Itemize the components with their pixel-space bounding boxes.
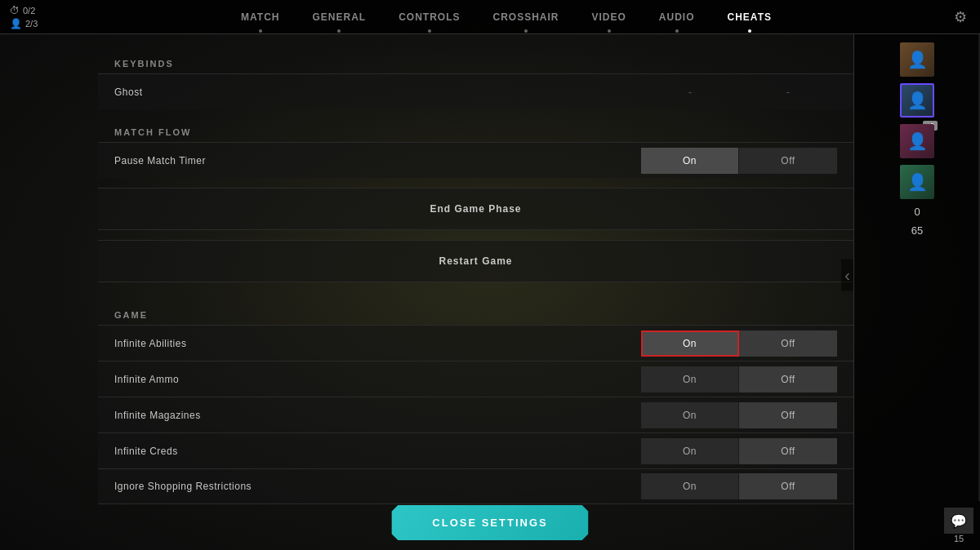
infinite-magazines-off-button[interactable]: Off: [739, 402, 837, 428]
infinite-ammo-row: Infinite Ammo On Off: [98, 361, 853, 397]
tab-audio[interactable]: AUDIO: [659, 8, 695, 26]
infinite-magazines-on-button[interactable]: On: [641, 402, 739, 428]
status-text-2: 2/3: [25, 19, 38, 29]
avatar-2-image: 👤: [902, 85, 933, 116]
close-settings-button[interactable]: CLOSE SETTINGS: [391, 505, 588, 540]
sidebar-collapse-arrow[interactable]: ‹: [841, 259, 853, 291]
ignore-shopping-label: Ignore Shopping Restrictions: [114, 481, 641, 492]
infinite-ammo-label: Infinite Ammo: [114, 374, 641, 385]
nav-tabs: MATCH GENERAL CONTROLS CROSSHAIR VIDEO A…: [65, 8, 947, 26]
ignore-shopping-on-button[interactable]: On: [641, 473, 739, 499]
avatar-4-image: 👤: [900, 165, 934, 199]
restart-game-label: Restart Game: [439, 255, 512, 267]
right-sidebar: 👤 👤 +2 👤 👤 0 65: [853, 34, 980, 550]
avatar-4: 👤: [900, 165, 934, 199]
ghost-key2: -: [739, 86, 837, 98]
infinite-magazines-toggle: On Off: [641, 402, 837, 428]
infinite-creds-label: Infinite Creds: [114, 446, 641, 457]
keybinds-section-label: KEYBINDS: [98, 51, 853, 73]
ghost-keybind-row: Ghost - -: [98, 73, 853, 109]
avatar-1: 👤: [900, 42, 934, 77]
avatar-2: 👤: [900, 83, 934, 118]
infinite-creds-toggle: On Off: [641, 438, 837, 464]
infinite-creds-on-button[interactable]: On: [641, 438, 739, 464]
chat-count: 15: [954, 534, 964, 543]
status-indicators: ⏱ 0/2 👤 2/3: [0, 2, 65, 33]
infinite-abilities-label: Infinite Abilities: [114, 338, 641, 349]
person-icon: 👤: [10, 18, 22, 29]
avatar-1-image: 👤: [900, 42, 934, 77]
pause-timer-off-button[interactable]: Off: [739, 148, 837, 174]
sidebar-player-4: 👤: [900, 165, 934, 199]
settings-gear-icon[interactable]: ⚙: [947, 4, 973, 30]
infinite-ammo-toggle: On Off: [641, 366, 837, 393]
ignore-shopping-row: Ignore Shopping Restrictions On Off: [98, 468, 853, 504]
settings-panel: KEYBINDS Ghost - - MATCH FLOW Pause Matc…: [98, 34, 853, 550]
infinite-abilities-row: Infinite Abilities On Off: [98, 325, 853, 361]
pause-timer-row: Pause Match Timer On Off: [98, 142, 853, 178]
chat-icon-button[interactable]: 💬: [944, 508, 973, 534]
infinite-creds-off-button[interactable]: Off: [739, 438, 837, 464]
sidebar-player-3: +2 👤: [900, 124, 934, 158]
clock-icon: ⏱: [10, 5, 20, 16]
infinite-abilities-on-button[interactable]: On: [641, 330, 739, 357]
pause-timer-toggle: On Off: [641, 148, 837, 174]
ghost-key1: -: [641, 86, 739, 98]
pause-timer-on-button[interactable]: On: [641, 148, 739, 174]
restart-game-button[interactable]: Restart Game: [98, 240, 853, 282]
infinite-ammo-off-button[interactable]: Off: [739, 366, 837, 393]
chat-area: 💬 15: [944, 508, 973, 543]
ignore-shopping-toggle: On Off: [641, 473, 837, 499]
pause-timer-label: Pause Match Timer: [114, 155, 641, 166]
settings-content: KEYBINDS Ghost - - MATCH FLOW Pause Matc…: [98, 34, 853, 550]
ghost-label: Ghost: [114, 86, 641, 98]
tab-controls[interactable]: CONTROLS: [399, 8, 460, 26]
tab-general[interactable]: GENERAL: [312, 8, 366, 26]
tab-cheats[interactable]: CHEATS: [728, 8, 772, 26]
infinite-creds-row: Infinite Creds On Off: [98, 432, 853, 468]
sidebar-player-1: 👤: [900, 42, 934, 77]
end-game-label: End Game Phase: [430, 203, 521, 215]
avatar-3: 👤: [900, 124, 934, 158]
top-navigation: ⏱ 0/2 👤 2/3 MATCH GENERAL CONTROLS CROSS…: [0, 0, 980, 34]
sidebar-count-0: 0: [914, 206, 920, 218]
tab-crosshair[interactable]: CROSSHAIR: [492, 8, 559, 26]
infinite-magazines-row: Infinite Magazines On Off: [98, 397, 853, 432]
ignore-shopping-off-button[interactable]: Off: [739, 473, 837, 499]
sidebar-player-2: 👤: [900, 83, 934, 118]
end-game-phase-button[interactable]: End Game Phase: [98, 188, 853, 230]
tab-match[interactable]: MATCH: [241, 8, 279, 26]
sidebar-count-65: 65: [911, 224, 923, 237]
avatar-3-image: 👤: [900, 124, 934, 158]
tab-video[interactable]: VIDEO: [592, 8, 626, 26]
matchflow-section-label: MATCH FLOW: [98, 119, 853, 142]
infinite-ammo-on-button[interactable]: On: [641, 366, 739, 393]
status-text-1: 0/2: [23, 6, 35, 16]
infinite-abilities-toggle: On Off: [641, 330, 837, 357]
infinite-abilities-off-button[interactable]: Off: [739, 330, 837, 357]
infinite-magazines-label: Infinite Magazines: [114, 410, 641, 421]
game-section-label: GAME: [98, 302, 853, 325]
